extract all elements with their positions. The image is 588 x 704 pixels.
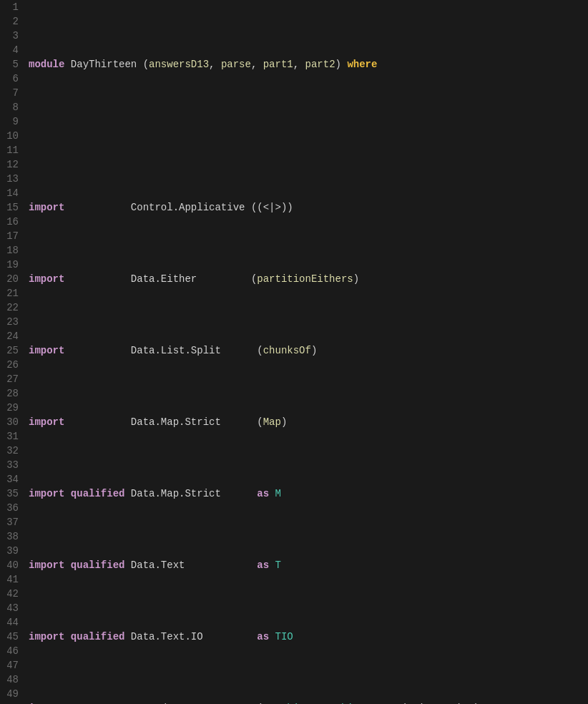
code-line-2 [29, 129, 582, 143]
code-line-8: import qualified Data.Text as T [29, 558, 582, 572]
code-line-5: import Data.List.Split (chunksOf) [29, 343, 582, 358]
line-numbers: 1 2 3 4 5 6 7 8 9 10 11 12 13 14 15 16 1… [0, 0, 23, 704]
code-line-4: import Data.Either (partitionEithers) [29, 272, 582, 286]
code-line-6: import Data.Map.Strict (Map) [29, 415, 582, 429]
code-line-3: import Control.Applicative ((<|>)) [29, 200, 582, 215]
code-line-1: module DayThirteen (answersD13, parse, p… [29, 57, 582, 72]
code-line-9: import qualified Data.Text.IO as TIO [29, 630, 582, 644]
code-lines[interactable]: module DayThirteen (answersD13, parse, p… [23, 0, 588, 704]
code-line-7: import qualified Data.Map.Strict as M [29, 487, 582, 501]
code-editor: 1 2 3 4 5 6 7 8 9 10 11 12 13 14 15 16 1… [0, 0, 588, 704]
code-line-10: import IntCode (IMachine, MachineState (… [29, 701, 582, 704]
